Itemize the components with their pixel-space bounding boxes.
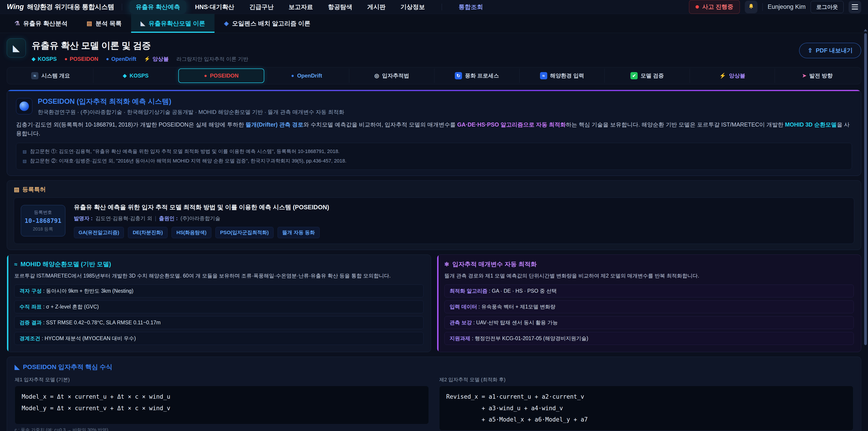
spec-value: : SST RMSE 0.42~0.78°C, SLA RMSE 0.11~0.… <box>41 319 160 326</box>
tab-label: OpenDrift <box>297 72 322 79</box>
hero-highlight-drifter: 뜰개(Drifter) 관측 경로 <box>246 121 303 128</box>
applicant-value: (주)아라종합기술 <box>180 215 220 222</box>
tab-opendrift[interactable]: ● OpenDrift <box>264 68 349 83</box>
notifications-button[interactable] <box>745 1 757 13</box>
poseidon-logo-icon <box>16 98 32 114</box>
page-scrollbar[interactable] <box>864 29 867 430</box>
tab-poseidon[interactable]: ● POSEIDON <box>178 68 264 83</box>
subtab-analysis-list[interactable]: ▤ 분석 목록 <box>77 14 131 33</box>
mohid-card-desc: 포르투갈 IST/MARETEC에서 1985년부터 개발한 3D 수치 해양순… <box>14 272 424 280</box>
subtab-model-theory[interactable]: ◣ 유출유확산모델 이론 <box>131 14 215 33</box>
compass-icon: ◎ <box>374 72 379 79</box>
tab-weathering-process[interactable]: ↻ 풍화 프로세스 <box>434 68 520 83</box>
formula-title: POSEIDON 입자추적 핵심 수식 <box>23 363 112 371</box>
hero-paragraph: 김충기·김도연 외(등록특허 10-1868791, 2018)가 개발한 PO… <box>16 120 852 138</box>
formula-title-row: ◣ POSEIDON 입자추적 핵심 수식 <box>15 363 853 371</box>
nav-item-hns-diffusion[interactable]: HNS·대기확산 <box>189 0 240 13</box>
analysis-icon: ⚗ <box>14 20 20 27</box>
tab-roadmap[interactable]: ➤ 발전 방향 <box>775 68 860 83</box>
nav-item-oil-spill-forecast[interactable]: 유출유 확산예측 <box>130 0 186 13</box>
dot-icon: ● <box>106 56 109 62</box>
spec-value: : σ + Z-level 혼합 (GVC) <box>41 304 99 310</box>
badge-opendrift: ● OpenDrift <box>106 56 136 62</box>
badge-poseidon: ● POSEIDON <box>64 56 98 62</box>
spec-row-grid: 격자 구성 : 동아시아 9km + 한반도 3km (Nesting) <box>14 284 424 298</box>
app-logo: Wing 해양환경 위기대응 통합시스템 <box>7 2 114 11</box>
spec-label: 입력 데이터 <box>450 304 477 310</box>
spec-row-funding: 지원과제 : 행정안전부 KCG-01-2017-05 (해양경비지원기술) <box>444 332 854 345</box>
incident-status-badge: 사고 진행중 <box>689 0 740 14</box>
patent-tag-row: GA(유전알고리즘) DE(차분진화) HS(화음탐색) PSO(입자군집최적화… <box>74 227 329 238</box>
badge-label: POSEIDON <box>70 56 98 62</box>
logo-mark: Wing <box>7 3 24 11</box>
hero-subtitle: 한국환경연구원 · (주)아라종합기술 · 한국해양기상기술 공동개발 · MO… <box>38 109 344 116</box>
patent-title: 유출유 확산 예측을 위한 입자 추적 모델 최적화 방법 및 이를 이용한 예… <box>74 203 329 211</box>
gear-icon: ✻ <box>444 261 449 268</box>
patent-section-title: 등록특허 <box>22 186 46 193</box>
rocket-icon: ➤ <box>802 73 806 79</box>
status-dot-icon <box>695 5 699 8</box>
bolt-icon: ⚡ <box>144 56 150 62</box>
clipboard-icon: ▤ <box>87 20 92 27</box>
mohid-card-title: MOHID 해양순환모델 (기반 모델) <box>21 260 111 268</box>
menu-button[interactable] <box>848 1 861 13</box>
scrollbar-thumb[interactable] <box>864 33 867 345</box>
tab-ensemble[interactable]: ⚡ 앙상블 <box>690 68 775 83</box>
optimization-card-desc: 뜰개 관측 경로와 제1 모델 예측값의 단위시간별 변화량을 비교하여 제2 … <box>444 272 854 280</box>
subtab-oil-fence-theory[interactable]: ◈ 오일펜스 배치 알고리즘 이론 <box>215 14 320 33</box>
tab-label: 발전 방향 <box>809 72 833 79</box>
nav-item-integrated-search[interactable]: 통합조회 <box>453 0 489 13</box>
patent-section-label: ▤ 등록특허 <box>14 186 854 193</box>
tab-model-validation[interactable]: ✔ 모델 검증 <box>604 68 690 83</box>
bolt-icon: ⚡ <box>719 72 726 79</box>
spec-label: 지원과제 <box>450 335 470 341</box>
header-right: 사고 진행중 Eunjeong Kim 로그아웃 <box>689 0 861 14</box>
patent-card: 등록번호 10-1868791 2018 등록 유출유 확산 예측을 위한 입자… <box>14 197 854 244</box>
subtab-spill-analysis[interactable]: ⚗ 유출유 확산분석 <box>5 14 77 33</box>
nav-item-weather-info[interactable]: 기상정보 <box>395 0 431 13</box>
spec-row-validation: 검증 결과 : SST RMSE 0.42~0.78°C, SLA RMSE 0… <box>14 316 424 329</box>
parameter-optimization-card: ✻ 입자추적 매개변수 자동 최적화 뜰개 관측 경로와 제1 모델 예측값의 … <box>437 254 861 352</box>
formula-model2-column: 제2 입자추적 모델 (최적화 후) Revised_x = a1·curren… <box>439 376 853 431</box>
page-title: 유출유 확산 모델 이론 및 검증 <box>32 39 248 52</box>
formula-model1-column: 제1 입자추적 모델 (기본) Model_x = Δt × current_u… <box>15 376 429 431</box>
spec-value: : GA · DE · HS · PSO 중 선택 <box>487 288 557 294</box>
spec-value: : 동아시아 9km + 한반도 3km (Nesting) <box>41 288 133 294</box>
tab-kosps[interactable]: ◆ KOSPS <box>93 68 179 83</box>
model1-code-block: Model_x = Δt × current_u + Δt × c × wind… <box>15 386 429 424</box>
tab-particle-tracking[interactable]: ◎ 입자추적법 <box>349 68 434 83</box>
meta-separator: | <box>155 215 156 221</box>
tag-drifter-assimilation: 뜰개 자동 동화 <box>278 227 320 238</box>
logout-button[interactable]: 로그아웃 <box>811 1 844 13</box>
tab-system-overview[interactable]: ≈ 시스템 개요 <box>8 68 93 83</box>
tag-ga: GA(유전알고리즘) <box>74 227 124 238</box>
reference-text: 참고문헌 ②: 이재호·임병준·김도연 외, "2016년 동아시아 해역의 M… <box>30 156 346 166</box>
reference-line-2: ▤ 참고문헌 ②: 이재호·임병준·김도연 외, "2016년 동아시아 해역의… <box>23 156 845 166</box>
spec-value: : UAV·선박 탑재 센서 동시 활용 가능 <box>472 319 558 326</box>
dot-icon: ● <box>291 73 294 79</box>
spec-label: 경계조건 <box>20 335 40 341</box>
spec-value: : 행정안전부 KCG-01-2017-05 (해양경비지원기술) <box>470 335 588 341</box>
patent-number-label: 등록번호 <box>25 209 61 215</box>
wave-icon: ≈ <box>14 261 18 268</box>
pdf-export-button[interactable]: ⇧ PDF 내보내기 <box>799 43 861 58</box>
mohid-card-title-row: ≈ MOHID 해양순환모델 (기반 모델) <box>14 260 424 268</box>
hero-paragraph-segment: 와 수치모델 예측값을 비교하여, 입자추적 모델의 매개변수를 <box>303 121 457 128</box>
patent-number-box: 등록번호 10-1868791 2018 등록 <box>21 205 65 237</box>
tab-ocean-input[interactable]: ≈ 해양환경 입력 <box>520 68 605 83</box>
nav-item-reports[interactable]: 보고자료 <box>283 0 319 13</box>
model2-code-block: Revised_x = a1·current_u + a2·current_v … <box>439 386 853 431</box>
ruler-icon: ◣ <box>141 20 145 27</box>
model1-caption: c : 풍속 가중치 (예: c=0.3 → 바람의 30% 반영) <box>15 427 429 431</box>
spec-row-observation: 관측 보강 : UAV·선박 탑재 센서 동시 활용 가능 <box>444 316 854 329</box>
badge-label: 앙상블 <box>152 55 168 63</box>
nav-item-emergency-rescue[interactable]: 긴급구난 <box>243 0 280 13</box>
tab-label: 앙상블 <box>729 72 745 79</box>
inventors-value: 김도연·김용혁·김충기 외 <box>95 215 152 222</box>
scrollbar-up-arrow-icon[interactable] <box>864 29 867 31</box>
reference-text: 참고문헌 ①: 김도연·김용혁, "유출유 확산 예측을 위한 입자 추적 모델… <box>30 147 340 156</box>
spec-row-vertical-coord: 수직 좌표 : σ + Z-level 혼합 (GVC) <box>14 300 424 313</box>
nav-item-board[interactable]: 게시판 <box>362 0 392 13</box>
nav-item-aerial-search[interactable]: 항공탐색 <box>322 0 358 13</box>
patent-section: ▤ 등록특허 등록번호 10-1868791 2018 등록 유출유 확산 예측… <box>7 180 861 250</box>
